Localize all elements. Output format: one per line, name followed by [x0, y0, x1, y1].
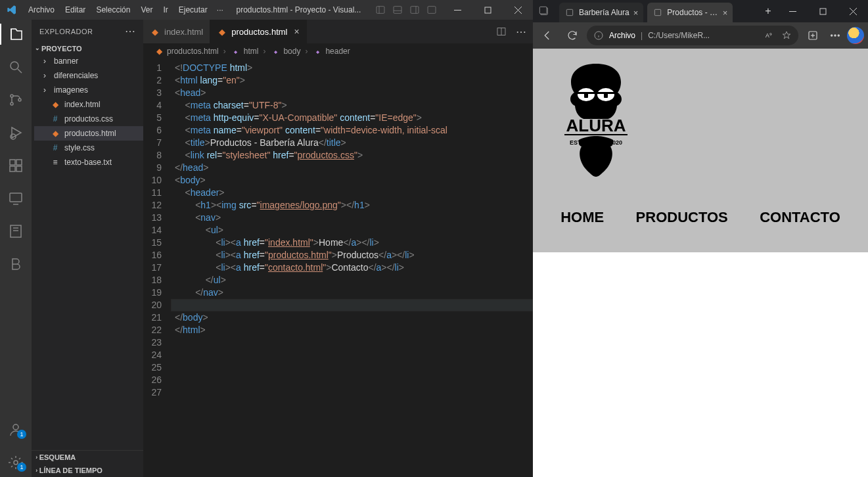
menu-ver[interactable]: Ver: [135, 0, 158, 20]
menu-archivo[interactable]: Archivo: [23, 0, 60, 20]
code-lines[interactable]: <!DOCTYPE html><html lang="en"><head> <m…: [171, 59, 533, 477]
maximize-button[interactable]: [472, 0, 503, 20]
file-tree: ›banner›diferenciales›imagenes◆index.htm…: [32, 54, 143, 170]
svg-point-46: [834, 35, 836, 36]
page-header: ALURA ESTD 2020 HOMEPRODUCTOSCONTACTO: [533, 49, 868, 252]
browser-tabs: Barbería Alura×Productos - Bar×: [555, 0, 759, 22]
panel-right-icon[interactable]: [409, 5, 420, 15]
svg-point-45: [831, 35, 833, 36]
read-aloud-icon[interactable]: A⁹: [764, 30, 775, 41]
collections-icon[interactable]: [802, 25, 823, 46]
file-index.html[interactable]: ◆index.html: [34, 97, 143, 112]
svg-rect-23: [11, 225, 21, 237]
file-texto-base.txt[interactable]: ≡texto-base.txt: [34, 155, 143, 170]
svg-rect-33: [655, 9, 661, 15]
nav-link[interactable]: CONTACTO: [756, 206, 844, 229]
menu-selección[interactable]: Selección: [91, 0, 135, 20]
svg-text:ALURA: ALURA: [566, 116, 626, 135]
svg-rect-19: [10, 166, 15, 171]
accounts-tab[interactable]: 1: [0, 419, 32, 440]
line-gutter: 1234567891011121314151617181920212223242…: [143, 59, 171, 477]
split-editor-icon[interactable]: [496, 26, 507, 37]
close-icon[interactable]: ×: [294, 26, 300, 37]
vscode-titlebar: ArchivoEditarSelecciónVerIrEjecutar ··· …: [0, 0, 533, 20]
bold-tab[interactable]: [0, 254, 32, 275]
project-label: PROYECTO: [41, 45, 82, 53]
run-debug-tab[interactable]: [0, 122, 32, 143]
panel-bottom-icon[interactable]: [392, 5, 403, 15]
extensions-tab[interactable]: [0, 155, 32, 176]
svg-rect-17: [10, 160, 15, 165]
browser-titlebar: Barbería Alura×Productos - Bar× +: [533, 0, 868, 22]
layout-icon[interactable]: [426, 5, 437, 15]
explorer-more-icon[interactable]: ⋯: [125, 25, 136, 37]
bookmarks-tab[interactable]: [0, 221, 32, 242]
browser-viewport[interactable]: ALURA ESTD 2020 HOMEPRODUCTOSCONTACTO: [533, 49, 868, 477]
editor-tab-productos.html[interactable]: ◆productos.html×: [210, 20, 306, 43]
nav-link[interactable]: HOME: [557, 206, 608, 229]
alura-logo: ALURA ESTD 2020: [557, 60, 635, 194]
close-icon[interactable]: ×: [633, 8, 639, 18]
file-imagenes[interactable]: ›imagenes: [34, 83, 143, 97]
explorer-tab[interactable]: [0, 24, 32, 45]
file-diferenciales[interactable]: ›diferenciales: [34, 68, 143, 83]
timeline-section[interactable]: ›LÍNEA DE TIEMPO: [32, 464, 143, 477]
editor-tab-actions: ⋯: [490, 20, 533, 43]
svg-point-15: [18, 99, 21, 101]
tab-actions-icon[interactable]: [533, 6, 555, 16]
search-tab[interactable]: [0, 57, 32, 78]
code-editor[interactable]: 1234567891011121314151617181920212223242…: [143, 59, 533, 477]
browser-close-button[interactable]: [838, 0, 868, 22]
panel-left-icon[interactable]: [375, 5, 386, 15]
outline-section[interactable]: ›ESQUEMA: [32, 451, 143, 464]
browser-maximize-button[interactable]: [808, 0, 838, 22]
editor-tabs: ◆index.html◆productos.html× ⋯: [143, 20, 533, 43]
file-productos.html[interactable]: ◆productos.html: [34, 126, 143, 141]
browser-minimize-button[interactable]: [777, 0, 808, 22]
explorer-sidebar: EXPLORADOR ⋯ ⌄PROYECTO ›banner›diferenci…: [32, 20, 143, 477]
close-icon[interactable]: ×: [723, 8, 728, 18]
svg-point-47: [838, 35, 839, 36]
back-button[interactable]: [537, 25, 558, 46]
breadcrumb[interactable]: ◆productos.html›⬥html›⬥body›⬥header: [143, 43, 533, 59]
activity-bar: 1 1: [0, 20, 32, 477]
editor-more-icon[interactable]: ⋯: [516, 26, 526, 38]
file-style.css[interactable]: #style.css: [34, 141, 143, 155]
nav-link[interactable]: PRODUCTOS: [632, 206, 732, 229]
file-banner[interactable]: ›banner: [34, 54, 143, 68]
svg-rect-32: [566, 9, 572, 15]
outline-label: ESQUEMA: [39, 453, 76, 461]
svg-point-26: [13, 424, 18, 430]
svg-rect-50: [576, 92, 616, 94]
menu-overflow[interactable]: ···: [213, 0, 227, 20]
svg-point-11: [11, 62, 18, 70]
menu-editar[interactable]: Editar: [60, 0, 91, 20]
address-scheme: Archivo: [609, 31, 635, 40]
svg-rect-31: [539, 7, 547, 14]
svg-point-13: [11, 95, 13, 97]
profile-avatar[interactable]: [847, 27, 864, 44]
file-productos.css[interactable]: #productos.css: [34, 112, 143, 126]
menu-icon[interactable]: [825, 25, 846, 46]
menu-ejecutar[interactable]: Ejecutar: [173, 0, 213, 20]
layout-controls: [370, 5, 442, 15]
settings-tab[interactable]: 1: [0, 452, 32, 473]
explorer-header: EXPLORADOR ⋯: [32, 20, 143, 43]
favorite-icon[interactable]: [781, 30, 792, 41]
svg-rect-35: [820, 9, 826, 14]
menu-ir[interactable]: Ir: [158, 0, 173, 20]
close-button[interactable]: [503, 0, 533, 20]
page-nav: HOMEPRODUCTOSCONTACTO: [545, 206, 856, 229]
remote-tab[interactable]: [0, 188, 32, 209]
browser-tab[interactable]: Productos - Bar×: [647, 3, 733, 22]
address-bar[interactable]: Archivo | C:/Users/MikeR... A⁹: [587, 26, 798, 45]
editor-tab-index.html[interactable]: ◆index.html: [143, 20, 210, 43]
source-control-tab[interactable]: [0, 89, 32, 110]
refresh-button[interactable]: [562, 25, 583, 46]
edge-browser-window: Barbería Alura×Productos - Bar× + Archiv…: [533, 0, 868, 477]
minimize-button[interactable]: [442, 0, 472, 20]
project-section[interactable]: ⌄PROYECTO: [32, 43, 143, 54]
editor-area: ◆index.html◆productos.html× ⋯ ◆productos…: [143, 20, 533, 477]
browser-tab[interactable]: Barbería Alura×: [559, 3, 643, 22]
new-tab-button[interactable]: +: [759, 5, 777, 17]
